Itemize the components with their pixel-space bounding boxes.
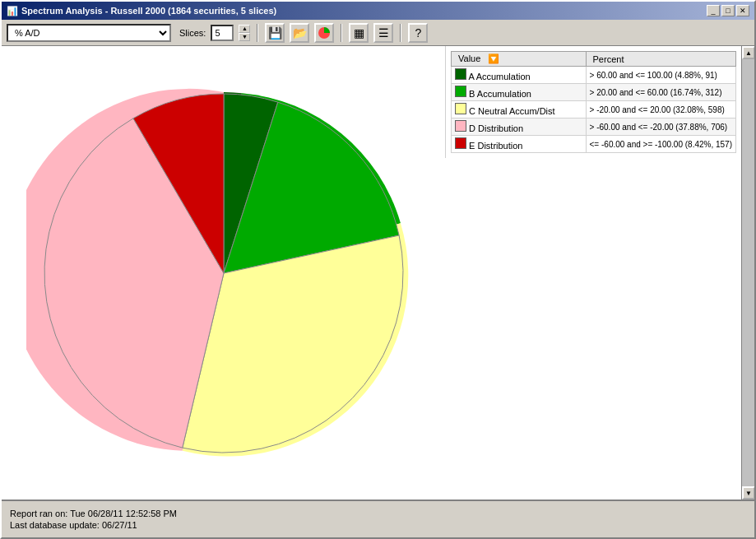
legend-value-label: Value <box>458 53 480 63</box>
metric-dropdown[interactable]: % A/D <box>7 24 171 42</box>
toolbar-separator-1 <box>257 24 258 42</box>
close-button[interactable]: ✕ <box>736 5 749 16</box>
scroll-down-button[interactable]: ▼ <box>742 486 754 500</box>
legend-label-cell: A Accumulation <box>452 67 587 84</box>
pie-canvas <box>26 76 421 471</box>
slices-input[interactable] <box>211 25 234 41</box>
window-title: Spectrum Analysis - Russell 2000 (1864 s… <box>21 6 276 16</box>
color-swatch <box>455 137 466 149</box>
color-swatch <box>455 86 466 97</box>
legend-label-cell: C Neutral Accum/Dist <box>452 101 587 118</box>
open-button[interactable]: 📂 <box>290 23 309 43</box>
pie-chart-button[interactable] <box>314 23 334 43</box>
spin-down-button[interactable]: ▼ <box>239 33 250 41</box>
main-window: 📊 Spectrum Analysis - Russell 2000 (1864… <box>0 0 756 539</box>
legend-item-label: D Distribution <box>466 123 523 133</box>
legend-range-cell: > 20.00 and <= 60.00 (16.74%, 312) <box>586 84 735 101</box>
legend-row: D Distribution> -60.00 and <= -20.00 (37… <box>452 118 736 136</box>
status-line1: Report ran on: Tue 06/28/11 12:52:58 PM <box>10 509 746 518</box>
legend-row: C Neutral Accum/Dist> -20.00 and <= 20.0… <box>452 101 736 118</box>
legend-row: B Accumulation> 20.00 and <= 60.00 (16.7… <box>452 84 736 101</box>
pie-chart-icon <box>318 26 331 39</box>
legend-row: E Distribution<= -60.00 and >= -100.00 (… <box>452 136 736 153</box>
list-button[interactable]: ☰ <box>373 23 393 43</box>
legend-table: Value 🔽 Percent A Accumulation> 60.00 an… <box>451 51 736 153</box>
maximize-button[interactable]: □ <box>721 5 735 16</box>
window-icon: 📊 <box>7 6 18 16</box>
toolbar: % A/D Slices: ▲ ▼ 💾 📂 ▦ ☰ <box>2 20 754 46</box>
open-icon: 📂 <box>293 26 307 39</box>
scroll-track <box>742 59 754 486</box>
legend-label-cell: D Distribution <box>452 118 587 136</box>
legend-row: A Accumulation> 60.00 and <= 100.00 (4.8… <box>452 67 736 84</box>
color-swatch <box>455 120 466 132</box>
color-swatch <box>455 68 466 80</box>
list-icon: ☰ <box>378 26 389 39</box>
slices-spinner: ▲ ▼ <box>239 25 250 41</box>
save-button[interactable]: 💾 <box>265 23 285 43</box>
help-icon: ? <box>415 26 422 39</box>
spin-up-button[interactable]: ▲ <box>239 25 250 33</box>
title-bar: 📊 Spectrum Analysis - Russell 2000 (1864… <box>2 2 754 20</box>
legend-range-cell: > 60.00 and <= 100.00 (4.88%, 91) <box>586 67 735 84</box>
legend-range-cell: <= -60.00 and >= -100.00 (8.42%, 157) <box>586 136 735 153</box>
legend-range-cell: > -60.00 and <= -20.00 (37.88%, 706) <box>586 118 735 136</box>
save-icon: 💾 <box>268 26 282 39</box>
legend-item-label: E Distribution <box>466 141 522 151</box>
grid-button[interactable]: ▦ <box>349 23 369 43</box>
legend-col-value: Value 🔽 <box>452 52 587 67</box>
legend-label-cell: B Accumulation <box>452 84 587 101</box>
status-line2: Last database update: 06/27/11 <box>10 520 746 530</box>
grid-icon: ▦ <box>354 26 364 39</box>
status-bar: Report ran on: Tue 06/28/11 12:52:58 PM … <box>2 500 754 537</box>
chart-area <box>2 46 445 500</box>
pie-chart <box>26 76 421 471</box>
toolbar-separator-3 <box>400 24 401 42</box>
legend-range-cell: > -20.00 and <= 20.00 (32.08%, 598) <box>586 101 735 118</box>
help-button[interactable]: ? <box>408 23 428 43</box>
title-bar-controls: _ □ ✕ <box>707 5 749 16</box>
minimize-button[interactable]: _ <box>707 5 720 16</box>
legend-percent-label: Percent <box>593 54 624 64</box>
toolbar-separator-2 <box>341 24 342 42</box>
dropdown-control: % A/D <box>7 24 171 42</box>
color-swatch <box>455 103 466 114</box>
legend-col-percent: Percent <box>586 52 735 67</box>
slices-label: Slices: <box>179 28 206 38</box>
legend-item-label: C Neutral Accum/Dist <box>466 106 555 116</box>
right-scrollbar: ▲ ▼ <box>741 46 754 500</box>
legend-area: Value 🔽 Percent A Accumulation> 60.00 an… <box>445 46 741 158</box>
scroll-up-button[interactable]: ▲ <box>742 46 754 59</box>
title-bar-text: 📊 Spectrum Analysis - Russell 2000 (1864… <box>7 6 276 16</box>
legend-item-label: A Accumulation <box>466 72 531 81</box>
legend-item-label: B Accumulation <box>466 89 531 99</box>
legend-label-cell: E Distribution <box>452 136 587 153</box>
